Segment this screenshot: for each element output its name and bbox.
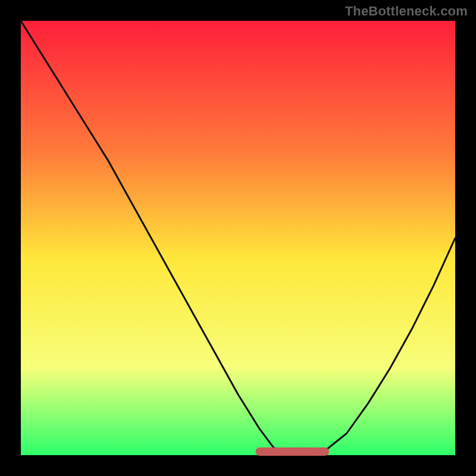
- chart-stage: TheBottleneck.com: [0, 0, 476, 476]
- bottleneck-chart: [0, 0, 476, 476]
- watermark: TheBottleneck.com: [345, 4, 468, 19]
- plot-background: [21, 21, 455, 455]
